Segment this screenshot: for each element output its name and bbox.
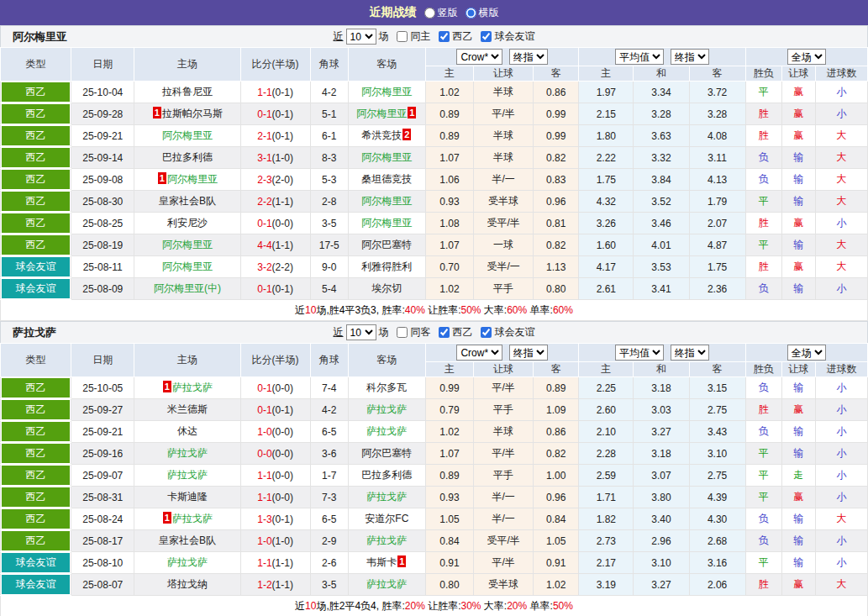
avg-away-cell: 3.10 xyxy=(689,443,745,465)
away-team-cell: 阿尔梅里亚 xyxy=(348,82,425,103)
away-team-name: 萨拉戈萨 xyxy=(366,425,407,437)
away-team-name: 萨拉戈萨 xyxy=(366,491,407,503)
scope-select[interactable]: 全场 xyxy=(787,345,826,361)
home-team-name: 塔拉戈纳 xyxy=(167,578,208,590)
red-card-badge: 1 xyxy=(408,107,416,118)
goals-result-cell: 小 xyxy=(815,465,867,487)
odds-final-select[interactable]: 终指 xyxy=(509,345,548,361)
col-avg-home: 主 xyxy=(579,66,634,82)
home-team-name: 阿尔梅里亚 xyxy=(162,261,213,272)
handicap-result-cell: 输 xyxy=(781,421,815,443)
odds-home-cell: 0.99 xyxy=(425,377,473,399)
friendly-label: 球会友谊 xyxy=(495,29,535,44)
league-type-cell: 西乙 xyxy=(1,234,71,256)
odds-source-select[interactable]: Crow* xyxy=(456,345,502,361)
league-badge: 西乙 xyxy=(2,466,70,485)
avg-source-select[interactable]: 平均值 xyxy=(615,345,664,361)
score-cell: 1-1(0-0) xyxy=(240,465,310,487)
away-team-cell: 萨拉戈萨 xyxy=(348,399,425,421)
results-tbody-1: 西乙25-10-051萨拉戈萨0-1(0-0)7-4科尔多瓦0.99平/半0.8… xyxy=(1,377,868,596)
fulltime-score: 1-1 xyxy=(257,492,271,503)
fulltime-score: 3-1 xyxy=(257,152,271,164)
scope-select[interactable]: 全场 xyxy=(787,49,826,65)
odds-away-cell: 0.83 xyxy=(534,169,579,191)
recent-link[interactable]: 近 xyxy=(334,325,344,340)
col-date: 日期 xyxy=(71,344,134,377)
friendly-checkbox[interactable] xyxy=(481,31,492,42)
avg-draw-cell: 3.53 xyxy=(634,256,689,278)
section-header: 阿尔梅里亚 近 10 场 同主 西乙 球会友谊 xyxy=(0,25,868,47)
friendly-checkbox[interactable] xyxy=(481,327,492,338)
date-cell: 25-09-08 xyxy=(71,169,134,191)
league-badge: 西乙 xyxy=(2,192,70,211)
vertical-layout-option[interactable]: 竖版 xyxy=(424,6,458,20)
avg-home-cell: 2.59 xyxy=(579,465,634,487)
odds-away-cell: 0.96 xyxy=(534,487,579,508)
team-name: 阿尔梅里亚 xyxy=(13,29,67,45)
recent-count-select[interactable]: 10 xyxy=(346,324,376,340)
avg-home-cell: 4.17 xyxy=(579,256,634,278)
league-type-cell: 球会友谊 xyxy=(1,278,71,300)
odds-away-cell: 1.00 xyxy=(534,465,579,487)
avg-home-cell: 1.80 xyxy=(579,125,634,147)
goals-result-cell: 小 xyxy=(815,82,867,103)
table-row: 西乙25-08-19阿尔梅里亚4-4(1-1)17-5阿尔巴塞特1.07一球0.… xyxy=(1,234,868,256)
odds-home-cell: 0.93 xyxy=(425,487,473,508)
results-table: 类型 日期 主场 比分(半场) 角球 客场 Crow* 终指 平均值 终指 全场 xyxy=(0,343,868,616)
odds-home-cell: 1.06 xyxy=(425,169,473,191)
home-team-cell: 1萨拉戈萨 xyxy=(134,508,240,530)
corners-cell: 6-5 xyxy=(310,421,348,443)
league-checkbox[interactable] xyxy=(439,31,450,42)
recent-link[interactable]: 近 xyxy=(334,29,344,44)
horizontal-radio[interactable] xyxy=(466,8,476,18)
handicap-result-cell: 输 xyxy=(781,147,815,169)
date-cell: 25-08-11 xyxy=(71,256,134,278)
away-team-name: 韦斯卡 xyxy=(366,556,397,568)
halftime-score: (1-1) xyxy=(272,579,293,591)
avg-draw-cell: 3.03 xyxy=(634,399,689,421)
vertical-radio[interactable] xyxy=(424,8,435,18)
handicap-result-cell: 赢 xyxy=(781,487,815,508)
odds-away-cell: 1.05 xyxy=(534,530,579,552)
away-team-cell: 阿尔巴塞特 xyxy=(348,234,425,256)
same-venue-checkbox[interactable] xyxy=(397,327,408,338)
odds-home-cell: 0.93 xyxy=(425,191,473,213)
halftime-score: (0-1) xyxy=(272,283,293,295)
avg-away-cell: 3.28 xyxy=(689,103,745,125)
summary-row: 近10场,胜2平4负4, 胜率:20% 让胜率:30% 大率:20% 单率:50… xyxy=(1,596,868,616)
avg-draw-cell: 3.40 xyxy=(634,508,689,530)
odds-source-select[interactable]: Crow* xyxy=(456,49,502,65)
corners-cell: 8-3 xyxy=(310,147,348,169)
avg-source-select[interactable]: 平均值 xyxy=(615,49,664,65)
league-type-cell: 西乙 xyxy=(1,82,71,103)
recent-count-select[interactable]: 10 xyxy=(346,29,376,45)
avg-final-select[interactable]: 终指 xyxy=(671,49,709,65)
home-team-cell: 米兰德斯 xyxy=(134,399,240,421)
odds-home-cell: 0.84 xyxy=(425,530,473,552)
home-team-name: 萨拉戈萨 xyxy=(167,469,208,481)
avg-final-select[interactable]: 终指 xyxy=(671,345,709,361)
col-corner: 角球 xyxy=(310,344,348,377)
table-row: 西乙25-08-31卡斯迪隆1-1(0-0)7-3萨拉戈萨0.93半/一0.96… xyxy=(1,487,868,508)
results-table: 类型 日期 主场 比分(半场) 角球 客场 Crow* 终指 平均值 终指 全场 xyxy=(0,47,868,321)
same-venue-checkbox[interactable] xyxy=(397,31,408,42)
avg-away-cell: 2.68 xyxy=(689,530,745,552)
col-avg-home: 主 xyxy=(579,362,634,377)
corners-cell: 5-4 xyxy=(310,278,348,300)
home-team-name: 萨拉戈萨 xyxy=(167,556,208,568)
red-card-badge: 1 xyxy=(397,555,406,567)
fulltime-score: 0-0 xyxy=(257,448,271,460)
result-cell: 平 xyxy=(745,82,781,103)
red-card-badge: 1 xyxy=(163,381,171,392)
horizontal-layout-option[interactable]: 横版 xyxy=(466,6,499,20)
odds-final-select[interactable]: 终指 xyxy=(509,49,548,65)
league-checkbox[interactable] xyxy=(439,327,450,338)
fulltime-score: 0-1 xyxy=(257,404,271,416)
col-result: 胜负 xyxy=(745,362,781,377)
table-row: 西乙25-08-241萨拉戈萨1-3(0-1)6-5安道尔FC1.05半/一0.… xyxy=(1,508,868,530)
odds-group-header: Crow* 终指 xyxy=(425,48,578,66)
avg-home-cell: 1.97 xyxy=(579,82,634,103)
result-cell: 平 xyxy=(745,465,781,487)
halftime-score: (1-1) xyxy=(272,557,293,569)
table-row: 西乙25-09-21休达1-0(0-0)6-5萨拉戈萨1.02半球0.862.1… xyxy=(1,421,868,443)
